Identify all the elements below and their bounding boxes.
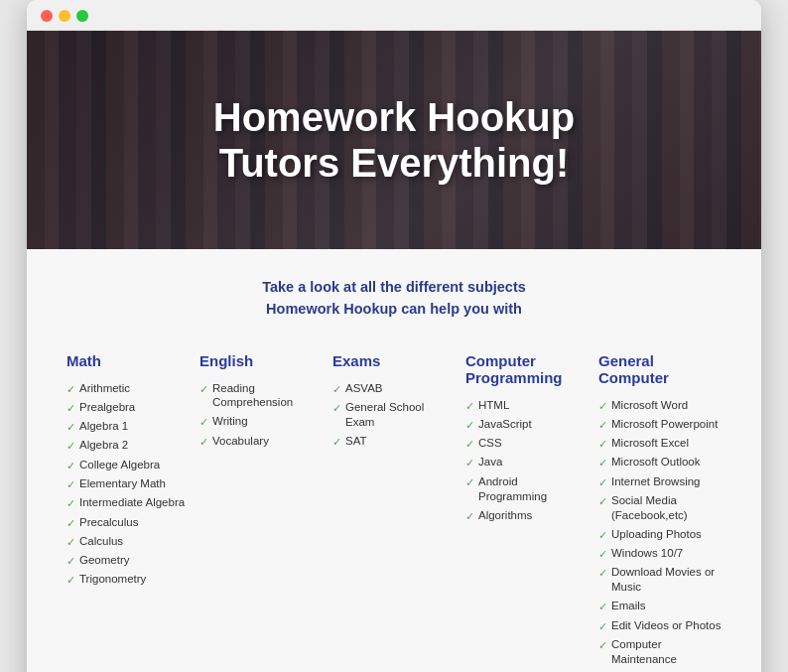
list-item: ✓Edit Videos or Photos bbox=[598, 618, 722, 633]
subtitle-block: Take a look at all the different subject… bbox=[66, 277, 722, 321]
list-item: ✓Arithmetic bbox=[66, 381, 190, 396]
list-item: ✓Geometry bbox=[66, 553, 190, 568]
list-item: ✓Microsoft Powerpoint bbox=[598, 417, 722, 432]
check-icon: ✓ bbox=[465, 509, 474, 523]
check-icon: ✓ bbox=[66, 382, 75, 396]
list-item-label: Geometry bbox=[79, 553, 130, 568]
content-area: Take a look at all the different subject… bbox=[27, 249, 761, 672]
list-item-label: College Algebra bbox=[79, 458, 160, 472]
check-icon: ✓ bbox=[598, 638, 607, 652]
check-icon: ✓ bbox=[66, 573, 75, 587]
check-icon: ✓ bbox=[332, 382, 341, 396]
check-icon: ✓ bbox=[66, 516, 75, 530]
check-icon: ✓ bbox=[199, 382, 208, 396]
list-item: ✓SAT bbox=[332, 434, 456, 449]
list-item-label: Intermediate Algebra bbox=[79, 495, 185, 510]
maximize-button-dot[interactable] bbox=[76, 10, 88, 22]
list-item-label: Internet Browsing bbox=[611, 474, 701, 489]
list-item-label: Vocabulary bbox=[212, 434, 269, 449]
list-item-label: Uploading Photos bbox=[611, 527, 702, 542]
subject-heading-1: English bbox=[199, 352, 323, 369]
minimize-button-dot[interactable] bbox=[59, 10, 70, 22]
check-icon: ✓ bbox=[332, 435, 341, 449]
list-item: ✓Trigonometry bbox=[66, 572, 190, 587]
subtitle-line2: Homework Hookup can help you with bbox=[66, 299, 722, 321]
list-item-label: Microsoft Word bbox=[611, 398, 688, 413]
subject-list-1: ✓Reading Comprehension✓Writing✓Vocabular… bbox=[199, 381, 323, 449]
subject-list-4: ✓Microsoft Word✓Microsoft Powerpoint✓Mic… bbox=[598, 398, 722, 673]
list-item-label: CSS bbox=[478, 436, 502, 451]
check-icon: ✓ bbox=[465, 399, 474, 413]
hero-title: Homework Hookup Tutors Everything! bbox=[213, 94, 575, 186]
list-item: ✓Computer Maintenance bbox=[598, 637, 722, 667]
list-item-label: Arithmetic bbox=[79, 381, 130, 396]
list-item-label: Elementary Math bbox=[79, 476, 166, 491]
check-icon: ✓ bbox=[66, 554, 75, 568]
check-icon: ✓ bbox=[199, 415, 208, 429]
subject-column-3: Computer Programming✓HTML✓JavaScript✓CSS… bbox=[465, 352, 589, 673]
list-item-label: Computer Maintenance bbox=[611, 637, 722, 667]
subject-heading-2: Exams bbox=[332, 352, 456, 369]
subject-list-2: ✓ASVAB✓General School Exam✓SAT bbox=[332, 381, 456, 449]
list-item: ✓Vocabulary bbox=[199, 434, 323, 449]
list-item: ✓CSS bbox=[465, 436, 589, 451]
list-item-label: Algorithms bbox=[478, 508, 532, 523]
list-item: ✓Intermediate Algebra bbox=[66, 495, 190, 510]
subject-column-2: Exams✓ASVAB✓General School Exam✓SAT bbox=[332, 352, 456, 673]
check-icon: ✓ bbox=[66, 420, 75, 434]
check-icon: ✓ bbox=[598, 494, 607, 508]
list-item-label: Trigonometry bbox=[79, 572, 146, 587]
list-item-label: Download Movies or Music bbox=[611, 565, 722, 595]
browser-window: Homework Hookup Tutors Everything! Take … bbox=[27, 0, 761, 672]
list-item: ✓JavaScript bbox=[465, 417, 589, 432]
check-icon: ✓ bbox=[598, 475, 607, 489]
list-item-label: Microsoft Outlook bbox=[611, 455, 700, 470]
list-item-label: Calculus bbox=[79, 534, 123, 549]
hero-line2: Tutors Everything! bbox=[219, 141, 570, 185]
check-icon: ✓ bbox=[598, 547, 607, 561]
check-icon: ✓ bbox=[66, 459, 75, 472]
check-icon: ✓ bbox=[66, 535, 75, 549]
list-item: ✓Algebra 2 bbox=[66, 438, 190, 453]
hero-text-block: Homework Hookup Tutors Everything! bbox=[194, 94, 594, 186]
list-item: ✓General School Exam bbox=[332, 400, 456, 430]
list-item-label: Windows 10/7 bbox=[611, 546, 683, 561]
check-icon: ✓ bbox=[465, 456, 474, 470]
list-item-label: Edit Videos or Photos bbox=[611, 618, 721, 633]
check-icon: ✓ bbox=[66, 439, 75, 453]
list-item: ✓Reading Comprehension bbox=[199, 381, 323, 411]
check-icon: ✓ bbox=[598, 418, 607, 432]
hero-section: Homework Hookup Tutors Everything! bbox=[27, 31, 761, 249]
list-item-label: HTML bbox=[478, 398, 509, 413]
check-icon: ✓ bbox=[199, 435, 208, 449]
list-item: ✓Prealgebra bbox=[66, 400, 190, 415]
list-item: ✓Uploading Photos bbox=[598, 527, 722, 542]
list-item: ✓Emails bbox=[598, 599, 722, 613]
subject-heading-4: General Computer bbox=[598, 352, 722, 386]
list-item-label: Algebra 2 bbox=[79, 438, 128, 453]
subject-heading-0: Math bbox=[66, 352, 190, 369]
list-item-label: Writing bbox=[212, 414, 248, 429]
list-item: ✓Java bbox=[465, 455, 589, 470]
list-item: ✓Elementary Math bbox=[66, 476, 190, 491]
check-icon: ✓ bbox=[465, 475, 474, 489]
subject-list-3: ✓HTML✓JavaScript✓CSS✓Java✓Android Progra… bbox=[465, 398, 589, 523]
check-icon: ✓ bbox=[598, 619, 607, 633]
list-item-label: Android Programming bbox=[478, 474, 589, 504]
list-item: ✓Precalculus bbox=[66, 515, 190, 530]
close-button-dot[interactable] bbox=[41, 10, 53, 22]
list-item-label: Prealgebra bbox=[79, 400, 135, 415]
list-item-label: ASVAB bbox=[345, 381, 383, 396]
list-item-label: Algebra 1 bbox=[79, 419, 128, 434]
check-icon: ✓ bbox=[332, 401, 341, 415]
list-item: ✓Microsoft Excel bbox=[598, 436, 722, 451]
list-item-label: Java bbox=[478, 455, 502, 470]
list-item: ✓Internet Browsing bbox=[598, 474, 722, 489]
list-item: ✓Algebra 1 bbox=[66, 419, 190, 434]
list-item: ✓Windows 10/7 bbox=[598, 546, 722, 561]
list-item: ✓Microsoft Outlook bbox=[598, 455, 722, 470]
list-item-label: Social Media (Facebook,etc) bbox=[611, 493, 722, 523]
check-icon: ✓ bbox=[598, 528, 607, 542]
subject-column-4: General Computer✓Microsoft Word✓Microsof… bbox=[598, 352, 722, 673]
list-item-label: Microsoft Powerpoint bbox=[611, 417, 718, 432]
